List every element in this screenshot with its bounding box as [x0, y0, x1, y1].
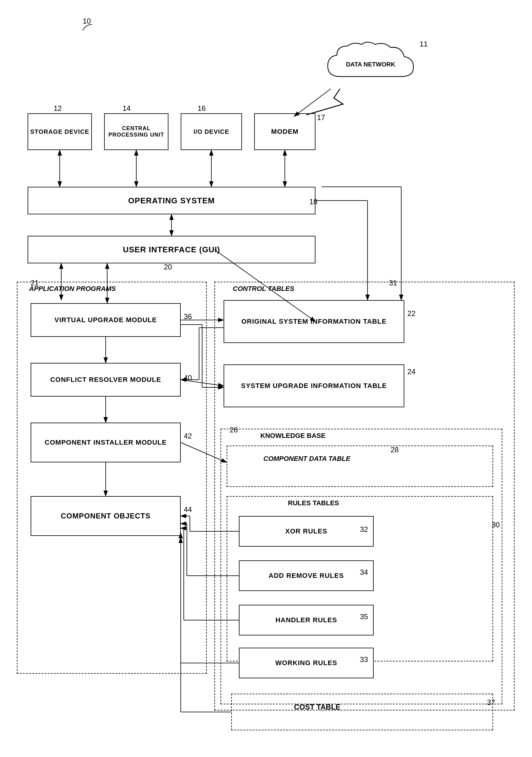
data-network-cloud: DATA NETWORK [322, 40, 420, 89]
ref-30: 30 [491, 521, 500, 529]
ref-31: 31 [389, 279, 397, 287]
cost-table-label: COST TABLE [294, 703, 341, 712]
ref-18: 18 [309, 197, 318, 206]
rules-tables-label: RULES TABLES [288, 499, 339, 507]
ref-28: 28 [391, 445, 399, 454]
ref-10: 10 [83, 17, 91, 25]
ref-32: 32 [360, 525, 368, 534]
component-data-table-label: COMPONENT DATA TABLE [264, 455, 350, 463]
conflict-resolver-module-box: CONFLICT RESOLVER MODULE [31, 363, 181, 397]
component-installer-module-box: COMPONENT INSTALLER MODULE [31, 423, 181, 462]
ref-34: 34 [360, 568, 368, 577]
virtual-upgrade-module-box: VIRTUAL UPGRADE MODULE [31, 303, 181, 337]
ref-36: 36 [184, 312, 192, 321]
ref-16: 16 [198, 104, 206, 113]
ref-26: 26 [230, 426, 238, 434]
ref-35: 35 [360, 613, 368, 621]
ref-40: 40 [184, 374, 192, 382]
ref-44: 44 [184, 505, 192, 514]
system-upgrade-info-table-box: SYSTEM UPGRADE INFORMATION TABLE [224, 364, 404, 407]
xor-rules-box: XOR RULES [239, 516, 374, 547]
component-objects-box: COMPONENT OBJECTS [31, 496, 181, 536]
ref-42: 42 [184, 432, 192, 440]
svg-line-3 [294, 89, 331, 116]
ref-33: 33 [360, 655, 368, 664]
ref-17: 17 [317, 113, 325, 122]
add-remove-rules-box: ADD REMOVE RULES [239, 560, 374, 591]
operating-system-box: OPERATING SYSTEM [28, 187, 315, 214]
handler-rules-box: HANDLER RULES [239, 605, 374, 635]
modem-box: MODEM [254, 113, 315, 150]
original-system-info-table-box: ORIGINAL SYSTEM INFORMATION TABLE [224, 300, 404, 343]
storage-device-box: STORAGE DEVICE [28, 113, 92, 150]
cpu-box: CENTRAL PROCESSING UNIT [104, 113, 169, 150]
knowledge-base-label: KNOWLEDGE BASE [260, 432, 326, 440]
ref-22: 22 [407, 309, 416, 318]
application-programs-area [17, 282, 207, 674]
data-network-label: DATA NETWORK [346, 61, 395, 68]
ref-24: 24 [407, 368, 416, 376]
diagram: 10 DATA NETWORK 11 STORAGE DEVICE 12 CEN… [0, 0, 532, 757]
control-tables-label: CONTROL TABLES [233, 285, 294, 293]
ref-21: 21 [31, 279, 39, 287]
ref-14: 14 [122, 104, 131, 113]
working-rules-box: WORKING RULES [239, 648, 374, 678]
cost-table-box [231, 694, 493, 730]
ref-11: 11 [420, 40, 428, 48]
application-programs-label: APPLICATION PROGRAMS [29, 285, 116, 293]
io-device-box: I/O DEVICE [181, 113, 242, 150]
user-interface-box: USER INTERFACE (GUI) [28, 236, 315, 263]
ref-12: 12 [54, 104, 62, 113]
ref-20: 20 [164, 263, 172, 271]
ref-37: 37 [487, 698, 495, 707]
component-data-table-box [227, 445, 493, 487]
